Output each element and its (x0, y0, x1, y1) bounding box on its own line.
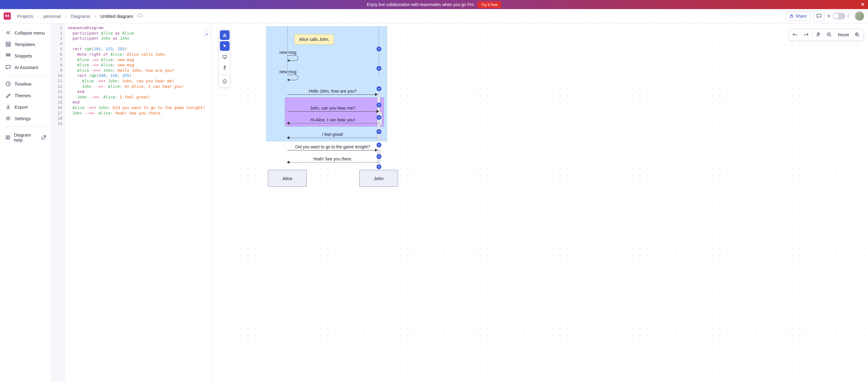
redo-icon (803, 32, 809, 37)
message-label: Did you want to go to the game tonight? (287, 144, 378, 149)
pan-button[interactable] (813, 30, 823, 40)
svg-point-11 (7, 117, 9, 119)
reset-zoom-button[interactable]: Reset (835, 32, 851, 37)
accessibility-tool[interactable] (220, 63, 229, 72)
actor-alice: Alice (268, 170, 307, 187)
presentation-icon (222, 55, 227, 59)
info-icon (222, 79, 227, 84)
banner-text: Enjoy live collaboration with teammates … (367, 2, 474, 7)
chevron-right-icon: › (37, 13, 39, 19)
sidebar-label: AI Assistant (14, 65, 38, 70)
template-icon (5, 41, 11, 47)
add-message-button[interactable]: + (376, 143, 381, 147)
brush-icon (5, 93, 11, 98)
add-message-button[interactable]: + (376, 66, 381, 71)
diagram-note: Alice calls John. (294, 34, 334, 45)
arrow-head-icon (287, 136, 289, 139)
share-label: Share (796, 13, 807, 19)
gear-icon (5, 116, 11, 121)
chevrons-up-icon (222, 33, 227, 37)
download-icon (5, 104, 11, 110)
add-message-button[interactable]: + (376, 164, 381, 169)
add-message-button[interactable]: + (376, 129, 381, 134)
svg-rect-0 (790, 16, 793, 18)
topbar: Projects › personal › Diagrams › Untitle… (0, 9, 868, 23)
add-message-button[interactable]: + (376, 86, 381, 91)
chevron-right-icon: › (94, 13, 96, 19)
collapse-editor-button[interactable]: « (204, 31, 210, 37)
arrow (287, 111, 378, 112)
diagram-canvas[interactable]: Reset Alice calls John. new msg new msg … (212, 23, 868, 382)
svg-point-8 (8, 55, 9, 56)
book-icon (5, 135, 10, 140)
redo-button[interactable] (801, 30, 811, 40)
breadcrumb-current[interactable]: Untitled diagram (100, 13, 133, 19)
sidebar-item-help[interactable]: Diagram help (0, 129, 52, 146)
actor-john: John (359, 170, 398, 187)
sidebar-item-settings[interactable]: Settings (0, 113, 52, 124)
message-label: Yeah! See you there. (287, 156, 378, 161)
chat-icon (5, 64, 11, 70)
sidebar-item-export[interactable]: Export (0, 101, 52, 113)
code-editor[interactable]: 12345678910111213141516171819 sequenceDi… (52, 23, 212, 382)
share-button[interactable]: Share (785, 11, 810, 21)
close-icon[interactable]: ✕ (861, 1, 865, 8)
sun-icon: ☀ (827, 13, 831, 19)
arrow (289, 162, 378, 163)
pointer-tool[interactable] (220, 41, 229, 51)
chevron-right-icon: › (65, 13, 66, 19)
zoom-out-button[interactable] (825, 30, 834, 40)
breadcrumb: Projects › personal › Diagrams › Untitle… (17, 13, 143, 19)
svg-point-5 (8, 54, 9, 55)
breadcrumb-section[interactable]: Diagrams (71, 13, 90, 19)
app-logo[interactable] (4, 12, 11, 20)
try-free-button[interactable]: Try it free (477, 1, 501, 8)
comment-button[interactable] (813, 10, 825, 22)
vertical-toolbar (218, 29, 230, 88)
svg-rect-3 (9, 45, 10, 46)
sidebar-collapse[interactable]: Collapse menu (0, 27, 52, 38)
svg-point-9 (9, 55, 10, 56)
breadcrumb-projects[interactable]: Projects (17, 13, 33, 19)
presentation-tool[interactable] (220, 52, 229, 62)
message-label: John, can you hear me? (287, 106, 378, 111)
message-label: new msg (279, 69, 297, 74)
promo-banner: Enjoy live collaboration with teammates … (0, 0, 868, 9)
add-message-button[interactable]: + (376, 154, 381, 159)
add-message-button[interactable]: + (376, 102, 381, 108)
cursor-icon (222, 43, 227, 49)
svg-rect-2 (6, 45, 8, 46)
divider (5, 126, 47, 127)
sidebar-item-timeline[interactable]: Timeline (0, 78, 52, 90)
sidebar-label: Snippets (14, 53, 32, 58)
svg-point-7 (6, 55, 7, 56)
add-message-button[interactable]: + (376, 115, 381, 120)
user-avatar[interactable] (855, 11, 864, 21)
hand-icon (816, 32, 821, 37)
add-message-button[interactable]: + (376, 47, 381, 52)
scroll-top-button[interactable] (220, 30, 229, 40)
theme-switch[interactable] (833, 13, 845, 19)
chat-bubble-icon (816, 13, 822, 19)
sidebar-item-ai[interactable]: AI Assistant (0, 61, 52, 73)
arrow-head-icon (375, 93, 378, 96)
sidebar-label: Export (14, 105, 28, 110)
undo-button[interactable] (790, 30, 800, 40)
svg-rect-1 (6, 42, 10, 43)
clock-icon (5, 81, 11, 87)
arrow-head-icon (287, 122, 289, 125)
arrow (287, 94, 376, 95)
message-label: Hello John, how are you? (287, 89, 378, 93)
lock-icon (789, 14, 794, 18)
info-tool[interactable] (220, 77, 229, 86)
sidebar-label: Timeline (14, 82, 31, 87)
sidebar-item-themes[interactable]: Themes (0, 90, 52, 101)
zoom-in-button[interactable] (852, 30, 862, 40)
arrow-head-icon (376, 110, 379, 113)
zoom-out-icon (827, 32, 832, 37)
breadcrumb-folder[interactable]: personal (43, 13, 61, 19)
sidebar-item-snippets[interactable]: Snippets (0, 50, 52, 61)
code-content[interactable]: sequenceDiagram participant Alice as Ali… (65, 23, 211, 382)
undo-icon (793, 32, 798, 37)
sidebar-item-templates[interactable]: Templates (0, 38, 52, 50)
